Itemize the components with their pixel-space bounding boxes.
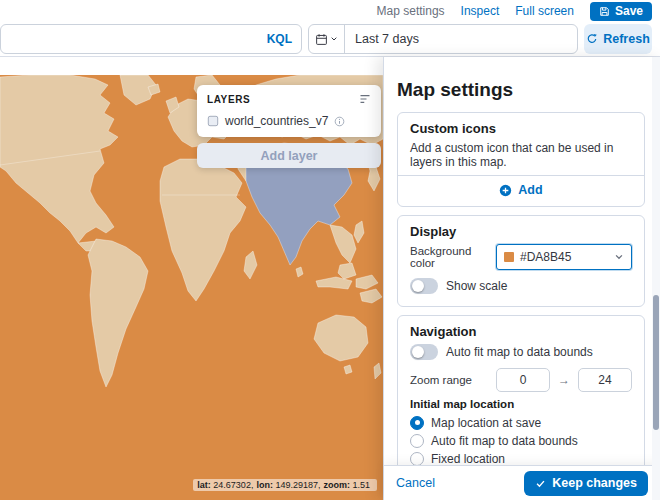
zoom-value: 1.51	[352, 480, 370, 490]
refresh-button[interactable]: Refresh	[584, 24, 652, 54]
date-picker: Last 7 days	[308, 24, 578, 54]
island-new-zealand	[374, 363, 381, 379]
plus-in-circle-icon	[499, 184, 512, 197]
radio-option-fixed-location[interactable]: Fixed location	[410, 451, 632, 465]
radio-icon	[410, 452, 424, 466]
show-scale-label: Show scale	[446, 279, 507, 293]
background-color-value: #DA8B45	[520, 250, 608, 264]
header-link-inspect[interactable]: Inspect	[461, 4, 500, 18]
navigation-card: Navigation Auto fit map to data bounds Z…	[397, 315, 645, 465]
flyout-footer: Cancel Keep changes	[384, 465, 660, 500]
add-icon-label: Add	[518, 183, 542, 197]
island-indonesia-west	[316, 277, 352, 289]
chevron-down-icon	[614, 252, 624, 262]
auto-fit-toggle[interactable]	[410, 344, 438, 360]
panel-title: Map settings	[397, 79, 645, 101]
continent-africa	[160, 159, 246, 301]
header-link-map-settings[interactable]: Map settings	[377, 4, 445, 18]
chevron-down-icon	[330, 35, 338, 43]
continent-south-america	[88, 239, 148, 387]
zoom-max-input[interactable]: 24	[578, 368, 632, 392]
color-swatch	[504, 252, 514, 262]
layers-panel-title: LAYERS	[207, 94, 250, 105]
calendar-icon	[315, 33, 328, 46]
save-button-label: Save	[615, 4, 643, 18]
island-sri-lanka	[296, 267, 303, 277]
refresh-button-label: Refresh	[603, 32, 650, 46]
header-link-full-screen[interactable]: Full screen	[515, 4, 574, 18]
date-quick-select-button[interactable]	[309, 25, 345, 53]
search-input[interactable]: KQL	[0, 24, 302, 54]
continent-north-america	[0, 75, 118, 243]
save-icon	[599, 6, 610, 17]
layers-card: LAYERS world_countries_v7	[197, 85, 381, 137]
radio-label: Fixed location	[431, 452, 505, 466]
keep-changes-label: Keep changes	[552, 476, 637, 490]
refresh-icon	[586, 33, 598, 45]
lon-label: lon:	[256, 480, 273, 490]
auto-fit-label: Auto fit map to data bounds	[446, 345, 593, 359]
add-layer-button[interactable]: Add layer	[197, 143, 381, 168]
kql-button[interactable]: KQL	[267, 32, 292, 46]
save-button[interactable]: Save	[590, 2, 652, 21]
radio-option-auto-fit[interactable]: Auto fit map to data bounds	[410, 433, 632, 448]
lon-value: 149.29187,	[275, 480, 320, 490]
zoom-range-arrow: →	[558, 373, 570, 387]
custom-icons-card: Custom icons Add a custom icon that can …	[397, 112, 645, 207]
background-color-label: Background color	[410, 245, 496, 269]
check-icon	[535, 478, 546, 489]
island-tasmania	[344, 365, 352, 374]
island-borneo	[338, 263, 356, 279]
custom-icons-description: Add a custom icon that can be used in la…	[410, 141, 632, 169]
add-icon-button[interactable]: Add	[410, 182, 632, 198]
layer-tree-icon[interactable]	[359, 93, 371, 105]
query-bar: KQL Last 7 days Refresh	[0, 22, 660, 57]
layer-info-icon[interactable]	[334, 116, 345, 127]
divider	[398, 175, 644, 176]
radio-icon	[410, 434, 424, 448]
custom-icons-heading: Custom icons	[410, 121, 632, 136]
map-coordinates: lat: 24.67302,lon: 149.29187,zoom: 1.51	[193, 479, 377, 491]
island-madagascar	[244, 251, 257, 279]
lat-value: 24.67302,	[213, 480, 253, 490]
radio-option-map-location-at-save[interactable]: Map location at save	[410, 415, 632, 430]
layers-panel: LAYERS world_countries_v7	[197, 85, 381, 168]
cancel-button[interactable]: Cancel	[396, 476, 435, 490]
initial-location-label: Initial map location	[410, 398, 632, 410]
background-color-input[interactable]: #DA8B45	[496, 244, 632, 270]
island-new-guinea	[360, 289, 382, 303]
keep-changes-button[interactable]: Keep changes	[524, 471, 648, 496]
show-scale-toggle[interactable]	[410, 278, 438, 294]
flyout-scrollbar-track	[652, 57, 660, 500]
date-range-value[interactable]: Last 7 days	[345, 25, 577, 53]
layer-type-icon	[207, 115, 219, 127]
navigation-heading: Navigation	[410, 324, 632, 339]
display-heading: Display	[410, 224, 632, 239]
map-settings-flyout: Map settings Custom icons Add a custom i…	[383, 57, 660, 500]
zoom-min-input[interactable]: 0	[496, 368, 550, 392]
layer-name: world_countries_v7	[225, 114, 328, 128]
lat-label: lat:	[197, 480, 211, 490]
flyout-content: Map settings Custom icons Add a custom i…	[384, 57, 651, 465]
top-nav-bar: Map settings Inspect Full screen Save	[0, 0, 660, 22]
island-philippines	[354, 221, 364, 243]
flyout-scrollbar-thumb[interactable]	[653, 295, 659, 430]
display-card: Display Background color #DA8B45 Show sc…	[397, 215, 645, 307]
island-indonesia-east	[356, 275, 378, 289]
layer-item[interactable]: world_countries_v7	[207, 114, 371, 128]
continent-australia	[314, 315, 368, 361]
radio-label: Auto fit map to data bounds	[431, 434, 578, 448]
southeast-asia	[330, 225, 356, 263]
zoom-range-label: Zoom range	[410, 374, 496, 386]
radio-selected-icon	[410, 416, 424, 430]
zoom-label: zoom:	[323, 480, 350, 490]
radio-label: Map location at save	[431, 416, 541, 430]
